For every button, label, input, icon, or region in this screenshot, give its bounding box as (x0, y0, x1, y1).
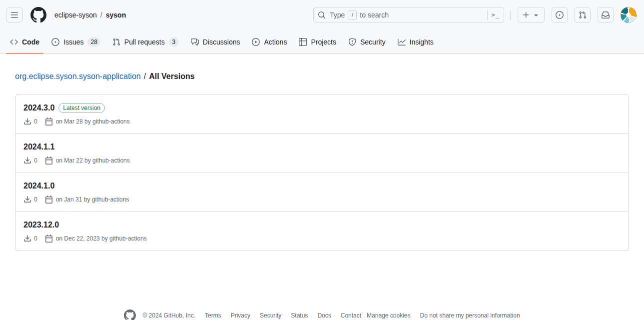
header-repo-breadcrumb: eclipse-syson / syson (54, 11, 126, 19)
footer-link-security[interactable]: Security (260, 312, 281, 319)
download-count: 0 (34, 118, 37, 126)
tab-insights[interactable]: Insights (394, 30, 438, 54)
download-count: 0 (34, 156, 37, 164)
pull-request-icon (112, 38, 120, 46)
tab-issues[interactable]: Issues 28 (47, 30, 104, 54)
tab-code[interactable]: Code (6, 30, 43, 54)
hamburger-icon (10, 11, 18, 19)
tab-label: Security (360, 38, 386, 46)
command-palette-icon[interactable]: >_ (492, 12, 500, 18)
tab-actions[interactable]: Actions (248, 30, 291, 54)
package-versions-page: org.eclipse.syson.syson-application / Al… (0, 72, 644, 251)
version-link[interactable]: 2024.1.0 (23, 181, 54, 191)
calendar-icon (45, 118, 53, 126)
tab-label: Actions (264, 38, 287, 46)
repo-owner-link[interactable]: eclipse-syson (54, 11, 97, 19)
footer-link-privacy[interactable]: Privacy (231, 312, 250, 319)
version-link[interactable]: 2024.1.1 (23, 142, 54, 152)
search-divider (487, 10, 488, 20)
create-new-button[interactable] (518, 7, 545, 23)
issues-dashboard-button[interactable] (552, 7, 568, 23)
tab-label: Code (22, 38, 39, 46)
footer-link-manage-cookies[interactable]: Manage cookies (367, 312, 410, 319)
footer-link-terms[interactable]: Terms (205, 312, 221, 319)
version-meta: 0 on Dec 22, 2023 by github-actions (23, 234, 621, 242)
download-icon (23, 156, 31, 164)
pull-requests-dashboard-button[interactable] (575, 7, 591, 23)
caret-down-icon (532, 11, 540, 19)
plus-icon (522, 11, 530, 19)
calendar-icon (45, 234, 53, 242)
calendar-icon (45, 156, 53, 164)
repo-name-link[interactable]: syson (106, 11, 126, 19)
versions-list: 2024.3.0 Latest version 0 on Mar 28 by g… (15, 94, 629, 251)
repo-nav: Code Issues 28 Pull requests 3 Discussio… (0, 30, 644, 54)
projects-icon (299, 38, 307, 46)
global-search-input[interactable]: Type / to search >_ (313, 7, 504, 23)
slash-key-hint: / (348, 10, 357, 20)
header-divider (510, 10, 511, 20)
publish-info: on Mar 22 by github-actions (56, 156, 130, 164)
version-link[interactable]: 2023.12.0 (23, 220, 59, 230)
footer-link-status[interactable]: Status (291, 312, 308, 319)
version-row: 2023.12.0 0 on Dec 22, 2023 by github-ac… (15, 212, 629, 250)
download-icon (23, 118, 31, 126)
version-link[interactable]: 2024.3.0 (23, 103, 54, 113)
tab-label: Insights (410, 38, 434, 46)
pull-requests-count-badge: 3 (169, 37, 179, 47)
latest-version-badge: Latest version (58, 103, 105, 113)
tab-discussions[interactable]: Discussions (187, 30, 244, 54)
issue-opened-icon (51, 38, 59, 46)
github-mark-footer[interactable] (124, 310, 136, 320)
search-placeholder-prefix: Type (330, 11, 345, 19)
download-icon (23, 196, 31, 204)
copyright-text: © 2024 GitHub, Inc. (142, 312, 195, 319)
footer-link-do-not-share[interactable]: Do not share my personal information (420, 312, 520, 319)
global-header: eclipse-syson / syson Type / to search >… (0, 0, 644, 30)
footer-link-contact[interactable]: Contact (341, 312, 361, 319)
tab-security[interactable]: Security (344, 30, 390, 54)
version-row: 2024.1.1 0 on Mar 22 by github-actions (15, 134, 629, 172)
tab-label: Pull requests (124, 38, 165, 46)
search-placeholder: Type / to search (330, 10, 483, 20)
issue-opened-icon (556, 11, 564, 19)
search-icon (318, 11, 326, 19)
inbox-icon (602, 11, 610, 19)
tab-projects[interactable]: Projects (295, 30, 340, 54)
issues-count-badge: 28 (87, 37, 100, 47)
security-icon (348, 38, 356, 46)
version-meta: 0 on Jan 31 by github-actions (23, 196, 621, 204)
package-name-link[interactable]: org.eclipse.syson.syson-application (15, 72, 141, 81)
tab-label: Discussions (203, 38, 240, 46)
download-icon (23, 234, 31, 242)
version-meta: 0 on Mar 22 by github-actions (23, 156, 621, 164)
version-row: 2024.3.0 Latest version 0 on Mar 28 by g… (15, 95, 629, 134)
insights-icon (398, 38, 406, 46)
calendar-icon (45, 196, 53, 204)
version-row: 2024.1.0 0 on Jan 31 by github-actions (15, 172, 629, 212)
page-title: All Versions (149, 72, 195, 81)
inbox-notifications-button[interactable] (598, 7, 614, 23)
package-breadcrumb: org.eclipse.syson.syson-application / Al… (15, 72, 629, 81)
tab-label: Issues (63, 38, 83, 46)
site-footer: © 2024 GitHub, Inc. Terms Privacy Securi… (0, 310, 644, 320)
hamburger-menu-button[interactable] (6, 7, 22, 23)
header-actions: Type / to search >_ (313, 7, 637, 23)
user-avatar[interactable] (621, 7, 637, 23)
publish-info: on Mar 28 by github-actions (56, 118, 130, 126)
tab-label: Projects (311, 38, 336, 46)
breadcrumb-separator: / (100, 11, 102, 19)
github-logo[interactable] (30, 7, 46, 23)
tab-pull-requests[interactable]: Pull requests 3 (108, 30, 183, 54)
publish-info: on Jan 31 by github-actions (56, 196, 129, 204)
publish-info: on Dec 22, 2023 by github-actions (56, 234, 147, 242)
download-count: 0 (34, 196, 37, 204)
breadcrumb-separator: / (144, 72, 146, 81)
footer-link-docs[interactable]: Docs (317, 312, 331, 319)
actions-icon (252, 38, 260, 46)
discussions-icon (191, 38, 199, 46)
code-icon (10, 38, 18, 46)
download-count: 0 (34, 234, 37, 242)
version-meta: 0 on Mar 28 by github-actions (23, 118, 621, 126)
pull-request-icon (579, 11, 587, 19)
